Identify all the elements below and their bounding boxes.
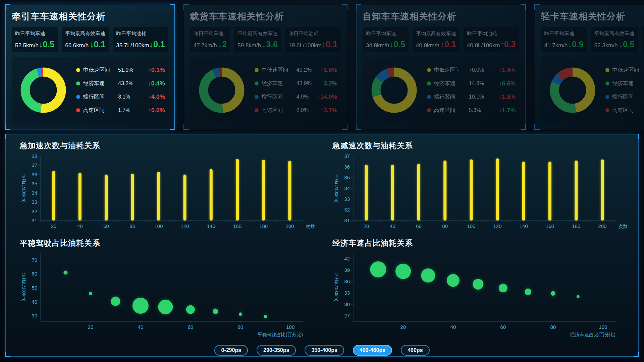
stat-value: 59.8km/h bbox=[237, 42, 261, 49]
svg-text:140: 140 bbox=[520, 223, 528, 229]
stat-value: 40.0L/100km bbox=[467, 42, 500, 49]
legend-row-creep-speed: 蠕行区间 6.8% ↑4.7% bbox=[605, 90, 644, 104]
stat-label: 昨日平均车速 bbox=[194, 31, 227, 37]
legend-name: 中低速区间 bbox=[612, 67, 644, 74]
stat-label: 平均最高有效车速 bbox=[416, 31, 456, 37]
svg-text:80: 80 bbox=[129, 223, 135, 229]
chart-title: 平稳驾驶占比油耗关系 bbox=[20, 238, 318, 248]
legend-delta: ↑1.4% bbox=[499, 67, 516, 74]
stat-value: 47.7km/h bbox=[194, 42, 217, 49]
stat-max-effective-speed: 平均最高有效车速 52.3km/h ↓0.5 bbox=[591, 27, 638, 52]
corner-accent-icon bbox=[342, 4, 347, 10]
legend-percent: 43.2% bbox=[118, 80, 139, 86]
legend-percent: 4.9% bbox=[297, 94, 317, 100]
legend-dot-icon bbox=[427, 68, 431, 72]
corner-accent-icon bbox=[534, 4, 540, 10]
power-range-filter: 0-290ps 290-350ps 350-400ps 400-460ps 46… bbox=[14, 344, 630, 358]
legend-percent: 70.0% bbox=[469, 67, 490, 73]
legend-percent: 43.9% bbox=[297, 80, 317, 86]
card-title: 自卸车车速相关性分析 bbox=[363, 10, 519, 22]
svg-text:次数: 次数 bbox=[306, 224, 315, 229]
legend-row-low-mid-speed: 中低速区间 70.0% ↑1.4% bbox=[427, 63, 516, 77]
power-range-button[interactable]: 460ps bbox=[401, 345, 429, 356]
speed-distribution-section: 中低速区间 70.0% ↑1.4% 经济车速 14.6% ↓6.6% 蠕行区间 … bbox=[363, 57, 519, 123]
svg-text:31: 31 bbox=[32, 218, 37, 223]
stat-avg-speed: 昨日平均车速 41.7km/h ↓0.9 bbox=[541, 27, 587, 52]
legend-name: 高速区间 bbox=[612, 107, 644, 114]
stat-avg-speed: 昨日平均车速 34.8km/h ↓0.5 bbox=[363, 27, 409, 52]
chart-title: 经济车速占比油耗关系 bbox=[332, 238, 631, 248]
chart-title: 急加速次数与油耗关系 bbox=[20, 140, 318, 151]
svg-text:油耗(L/100km): 油耗(L/100km) bbox=[334, 174, 339, 203]
svg-text:140: 140 bbox=[207, 223, 215, 229]
stat-avg-fuel: 昨日平均油耗 35.7L/100km ↓0.1 bbox=[113, 27, 168, 52]
svg-text:60: 60 bbox=[103, 223, 109, 229]
svg-text:36: 36 bbox=[344, 279, 350, 284]
svg-text:70: 70 bbox=[32, 257, 37, 263]
stat-label: 平均最高有效车速 bbox=[594, 31, 635, 37]
svg-text:40: 40 bbox=[77, 223, 83, 229]
stat-delta: ↓3.6 bbox=[262, 40, 278, 49]
card-title: 载货车车速相关性分析 bbox=[190, 10, 341, 22]
corner-accent-icon bbox=[170, 124, 175, 130]
legend-dot-icon bbox=[427, 108, 431, 112]
stat-max-effective-speed: 平均最高有效车速 66.6km/h ↓0.1 bbox=[62, 27, 109, 52]
svg-text:80: 80 bbox=[550, 324, 556, 330]
stat-delta: ↑0.1 bbox=[322, 40, 337, 49]
power-range-button[interactable]: 400-460ps bbox=[353, 345, 392, 356]
chart-cell-hard-accel: 急加速次数与油耗关系 31323334353637382040608010012… bbox=[14, 139, 318, 232]
hard-decel-fuel-bar-chart: 3132333435363720406080100120140160180200… bbox=[326, 152, 631, 232]
legend-name: 高速区间 bbox=[434, 107, 469, 114]
power-range-button[interactable]: 350-400ps bbox=[305, 345, 344, 356]
legend-delta: ↓0.4% bbox=[148, 80, 165, 87]
svg-text:30: 30 bbox=[32, 313, 37, 318]
legend-row-low-mid-speed: 中低速区间 47.3% ↑0.8% bbox=[605, 63, 644, 77]
legend-row-economy-speed: 经济车速 43.2% ↓0.4% bbox=[76, 77, 165, 90]
svg-text:34: 34 bbox=[32, 190, 37, 196]
vehicle-analysis-card[interactable]: 载货车车速相关性分析 昨日平均车速 47.7km/h ↓2 平均最高有效车速 5… bbox=[184, 5, 347, 129]
speed-distribution-donut-chart bbox=[366, 62, 422, 118]
vehicle-analysis-card[interactable]: 牵引车车速相关性分析 昨日平均车速 52.5km/h ↓0.5 平均最高有效车速… bbox=[5, 5, 175, 129]
stat-delta: ↓0.9 bbox=[568, 40, 584, 49]
vehicle-analysis-card[interactable]: 轻卡车速相关性分析 昨日平均车速 41.7km/h ↓0.9 平均最高有效车速 … bbox=[535, 5, 644, 129]
legend-dot-icon bbox=[255, 68, 259, 72]
legend-row-economy-speed: 经济车速 43.9% ↓3.2% bbox=[255, 77, 337, 90]
vehicle-analysis-card[interactable]: 自卸车车速相关性分析 昨日平均车速 34.8km/h ↓0.5 平均最高有效车速… bbox=[356, 5, 526, 129]
legend-percent: 51.9% bbox=[118, 67, 139, 73]
stat-delta: ↓0.5 bbox=[389, 40, 405, 49]
corner-accent-icon bbox=[5, 4, 10, 10]
legend-dot-icon bbox=[605, 81, 609, 85]
corner-accent-icon bbox=[634, 134, 639, 139]
svg-text:35: 35 bbox=[32, 181, 37, 186]
svg-text:38: 38 bbox=[32, 153, 37, 159]
svg-text:60: 60 bbox=[32, 271, 37, 277]
legend-delta: ↑0.1% bbox=[148, 67, 165, 74]
stat-value: 41.7km/h bbox=[544, 42, 568, 49]
card-stats-row: 昨日平均车速 34.8km/h ↓0.5 平均最高有效车速 40.0km/h ↑… bbox=[363, 27, 519, 52]
power-range-button[interactable]: 0-290ps bbox=[214, 345, 248, 356]
legend-delta: ↓6.6% bbox=[499, 80, 516, 87]
svg-text:33: 33 bbox=[32, 199, 37, 205]
legend-dot-icon bbox=[255, 95, 259, 99]
stat-delta: ↓0.1 bbox=[149, 40, 165, 49]
legend-percent: 49.2% bbox=[297, 67, 317, 73]
svg-text:120: 120 bbox=[493, 223, 502, 229]
legend-delta: ↓1.7% bbox=[499, 107, 516, 114]
corner-accent-icon bbox=[342, 124, 347, 130]
corner-accent-icon bbox=[5, 124, 10, 130]
speed-distribution-section: 中低速区间 47.3% ↑0.8% 经济车速 33.9% ↓0.9% 蠕行区间 … bbox=[541, 57, 644, 123]
legend-name: 高速区间 bbox=[262, 107, 297, 114]
corner-accent-icon bbox=[5, 352, 10, 357]
stat-avg-fuel: 昨日平均油耗 12.8L/100km ↓0 bbox=[642, 27, 644, 52]
card-stats-row: 昨日平均车速 47.7km/h ↓2 平均最高有效车速 59.8km/h ↓3.… bbox=[190, 27, 341, 52]
power-range-button[interactable]: 290-350ps bbox=[257, 345, 296, 356]
stat-delta: ↓0.5 bbox=[619, 40, 635, 49]
svg-text:100: 100 bbox=[154, 223, 163, 229]
stat-value: 40.0km/h bbox=[416, 42, 439, 49]
svg-text:经济车速占比(百分比): 经济车速占比(百分比) bbox=[570, 332, 615, 337]
svg-text:36: 36 bbox=[32, 172, 37, 177]
legend-name: 高速区间 bbox=[83, 107, 118, 114]
svg-text:32: 32 bbox=[32, 208, 37, 214]
legend-percent: 10.1% bbox=[469, 94, 490, 100]
svg-text:200: 200 bbox=[285, 223, 294, 229]
